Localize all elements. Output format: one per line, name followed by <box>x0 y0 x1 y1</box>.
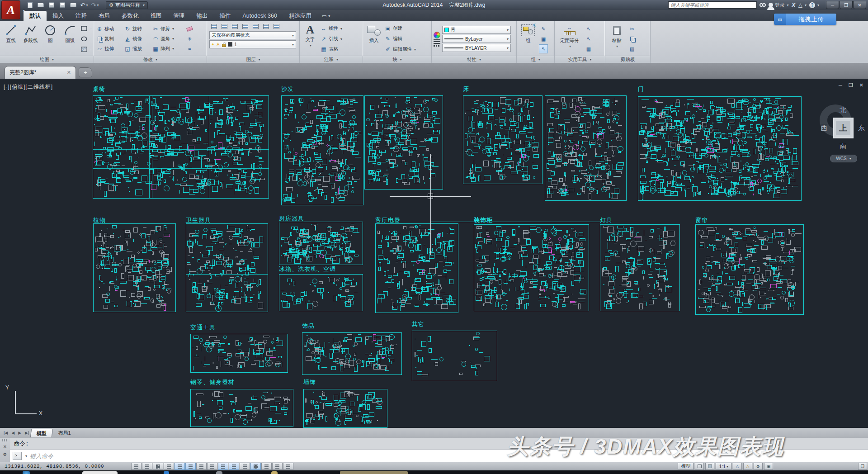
ellipse-button[interactable]: ▾ <box>80 34 92 44</box>
wcs-dropdown[interactable]: WCS▾ <box>830 155 857 162</box>
lineweight-icon[interactable] <box>434 39 440 44</box>
ribbon-tab-default[interactable]: 默认 <box>24 11 47 21</box>
layout1-tab[interactable]: 布局1 <box>52 429 76 437</box>
dynamic-ucs-toggle[interactable] <box>218 463 228 470</box>
layer-properties-button[interactable] <box>209 22 218 30</box>
workspace-switch-button[interactable]: ⚙ <box>754 463 763 470</box>
category-box-bed-a[interactable] <box>463 95 542 184</box>
group-button[interactable]: ✳ 组 <box>519 23 538 55</box>
drag-upload-button[interactable]: ∞ 拖拽上传 <box>774 14 836 25</box>
category-box-vehicles[interactable] <box>190 334 288 373</box>
annotation-visibility-button[interactable]: △ <box>733 463 742 470</box>
ribbon-tab-layout[interactable]: 布局 <box>93 11 116 21</box>
lineweight-dropdown[interactable]: ByLayer ▾ <box>442 35 511 43</box>
saveas-button[interactable] <box>58 1 67 9</box>
quick-select-button[interactable]: ↖ <box>584 24 593 33</box>
save-button[interactable] <box>47 1 56 9</box>
prev-layout-button[interactable]: ◀ <box>9 431 16 435</box>
color-wheel-icon[interactable] <box>434 32 440 38</box>
category-box-livingroom-appliances[interactable] <box>375 223 458 313</box>
dynamic-input-toggle[interactable] <box>229 463 239 470</box>
selection-cycling-toggle[interactable] <box>272 463 283 470</box>
category-box-lamps[interactable] <box>600 224 680 311</box>
model-space-button[interactable]: 模型 <box>678 463 693 470</box>
layer-freeze-button[interactable] <box>241 22 250 30</box>
text-button[interactable]: A 文字 ▾ <box>302 23 319 55</box>
category-box-curtains[interactable] <box>695 224 804 315</box>
offset-button[interactable]: ≈ <box>185 44 194 53</box>
ribbon-tab-view[interactable]: 视图 <box>145 11 168 21</box>
command-settings-icon[interactable]: ⚙ <box>3 452 7 457</box>
autoscale-button[interactable]: △ <box>743 463 752 470</box>
calculator-button[interactable]: ▦ <box>584 44 593 53</box>
taskbar-item[interactable] <box>340 471 408 474</box>
scale-button[interactable]: ◲缩放 <box>124 44 152 53</box>
new-button[interactable] <box>25 1 34 9</box>
quick-properties-toggle[interactable] <box>261 463 272 470</box>
panel-label-properties[interactable]: 特性▾ <box>432 56 516 63</box>
stretch-button[interactable]: ▱拉伸 <box>96 44 124 53</box>
search-icon[interactable] <box>760 3 766 7</box>
restore-button[interactable]: ❐ <box>840 1 853 9</box>
circle-button[interactable]: 圆 ▾ <box>41 23 60 55</box>
redo-button[interactable]: ↷▾ <box>90 1 99 9</box>
drag-grip-icon[interactable] <box>2 439 8 441</box>
ribbon-tab-parametric[interactable]: 参数化 <box>116 11 145 21</box>
erase-button[interactable] <box>185 24 194 33</box>
next-layout-button[interactable]: ▶ <box>16 431 23 435</box>
rotate-button[interactable]: ↻旋转 <box>124 24 152 33</box>
isolate-objects-button[interactable]: ▣ <box>764 463 773 470</box>
linetype-dropdown[interactable]: BYLAYER ▾ <box>442 44 511 52</box>
color-dropdown[interactable]: 青 ▾ <box>442 26 511 34</box>
panel-label-clipboard[interactable]: 剪贴板 <box>605 56 650 63</box>
ribbon-tab-output[interactable]: 输出 <box>191 11 214 21</box>
panel-label-draw[interactable]: 绘图▾ <box>0 56 94 63</box>
osnap-toggle[interactable] <box>185 463 196 470</box>
viewcube-west[interactable]: 西 <box>821 124 827 133</box>
undo-button[interactable]: ↶▾ <box>80 1 89 9</box>
category-box-cabinets[interactable] <box>474 224 589 311</box>
category-box-kitchen[interactable] <box>279 222 363 265</box>
cut-button[interactable]: ✂ <box>627 24 637 33</box>
taskbar-item[interactable] <box>216 471 222 474</box>
ribbon-minimize-button[interactable]: ▭ ▾ <box>322 11 330 21</box>
exchange-apps-icon[interactable]: X <box>791 1 795 9</box>
category-box-fridge-washer-ac[interactable] <box>279 274 363 311</box>
edit-block-button[interactable]: ✎编辑 <box>384 34 416 44</box>
otrack-toggle[interactable] <box>207 463 217 470</box>
viewcube-top-face[interactable]: 上 <box>833 118 854 138</box>
category-box-doors[interactable] <box>638 96 802 201</box>
annotation-scale-button[interactable]: 1:1▾ <box>716 463 731 470</box>
ribbon-tab-annotate[interactable]: 注释 <box>70 11 93 21</box>
signin-button[interactable]: 登录 ▾ <box>769 2 788 9</box>
array-button[interactable]: ▦阵列▾ <box>152 44 184 53</box>
close-button[interactable]: ✕ <box>853 1 866 9</box>
category-box-wall-decor[interactable] <box>303 389 387 428</box>
command-prompt-icon[interactable]: >_ <box>13 452 22 460</box>
lineweight-toggle[interactable] <box>240 463 250 470</box>
point-style-button[interactable]: ↖ <box>584 34 593 43</box>
create-block-button[interactable]: ▣创建 <box>384 24 416 33</box>
ortho-toggle[interactable] <box>164 463 174 470</box>
taskbar-item[interactable] <box>164 471 169 474</box>
match-properties-button[interactable]: ▧ <box>627 44 637 53</box>
minimize-button[interactable]: ─ <box>826 1 839 9</box>
ribbon-tab-a360[interactable]: Autodesk 360 <box>237 11 283 21</box>
snap-toggle[interactable] <box>142 463 152 470</box>
taskbar-item[interactable] <box>271 471 278 474</box>
panel-label-modify[interactable]: 修改▾ <box>94 56 207 63</box>
panel-label-group[interactable]: 组▾ <box>517 56 554 63</box>
quick-view-drawings-button[interactable] <box>705 463 714 470</box>
panel-label-block[interactable]: 块▾ <box>363 56 431 63</box>
hatch-button[interactable]: ▾ <box>80 45 92 54</box>
clean-screen-button[interactable]: ❐ <box>858 463 867 470</box>
group-edit-button[interactable]: ▣ <box>539 34 548 43</box>
first-layout-button[interactable]: |◀ <box>2 431 9 435</box>
trim-button[interactable]: ✂修剪▾ <box>152 24 184 33</box>
linetype-icon[interactable] <box>434 45 440 47</box>
panel-label-layers[interactable]: 图层▾ <box>207 56 299 63</box>
drawing-close-icon[interactable]: ✕ <box>859 82 863 88</box>
layer-off-button[interactable] <box>220 22 229 30</box>
help-button[interactable]: ?▾ <box>809 2 819 8</box>
workspace-switcher[interactable]: ⚙ 草图与注释 ▾ <box>106 1 148 9</box>
